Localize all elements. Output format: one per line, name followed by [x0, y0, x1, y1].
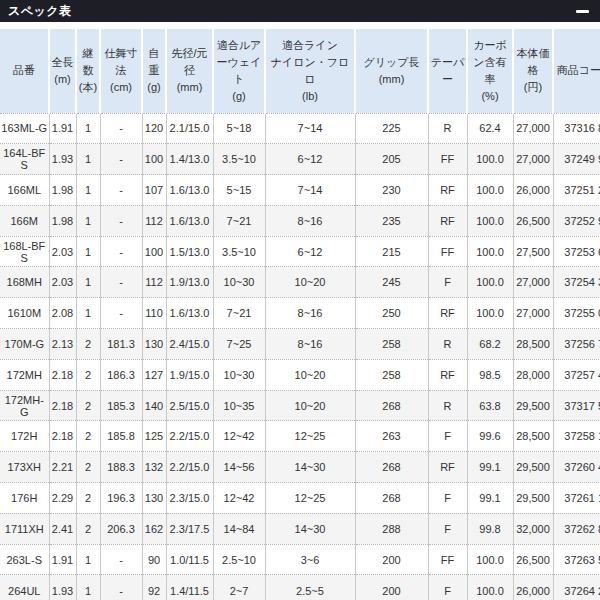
spec-cell: 6~12 — [265, 236, 355, 267]
spec-cell: - — [100, 144, 142, 175]
column-header: 仕舞寸法 (cm) — [100, 29, 142, 113]
spec-cell: 1.4/13.0 — [166, 144, 213, 175]
table-row: 176H2.292196.31302.3/15.012~4212~25268F9… — [0, 483, 600, 514]
spec-cell: 28,000 — [513, 359, 553, 390]
spec-cell: 2.18 — [49, 359, 76, 390]
spec-cell: 120 — [142, 113, 166, 144]
spec-cell: 100 — [142, 144, 166, 175]
spec-cell: 98.5 — [467, 359, 513, 390]
spec-cell: 2.4/15.0 — [166, 329, 213, 360]
spec-cell: 28,500 — [513, 329, 553, 360]
spec-cell: FF — [428, 544, 467, 575]
spec-cell: 1 — [76, 205, 100, 236]
spec-cell: - — [100, 236, 142, 267]
spec-cell: 2.18 — [49, 421, 76, 452]
spec-cell: 1.6/13.0 — [166, 298, 213, 329]
spec-cell: 8~16 — [265, 205, 355, 236]
spec-cell: 26,000 — [513, 175, 553, 206]
spec-cell: 37249 9 — [553, 144, 600, 175]
spec-cell: 5~18 — [213, 113, 265, 144]
spec-cell: 1.98 — [49, 175, 76, 206]
column-header: 自重 (g) — [142, 29, 166, 113]
spec-cell: 1 — [76, 267, 100, 298]
spec-table-container: 品番全長 (m)継数 (本)仕舞寸法 (cm)自重 (g)先径/元径 (mm)適… — [0, 29, 600, 600]
spec-cell: 250 — [355, 298, 428, 329]
model-number-cell: 1610M — [0, 298, 49, 329]
spec-cell: 1 — [76, 144, 100, 175]
spec-cell: 90 — [142, 544, 166, 575]
spec-cell: 107 — [142, 175, 166, 206]
spec-cell: 37252 9 — [553, 205, 600, 236]
spec-cell: 2~7 — [213, 575, 265, 600]
model-number-cell: 1711XH — [0, 513, 49, 544]
header-row: 品番全長 (m)継数 (本)仕舞寸法 (cm)自重 (g)先径/元径 (mm)適… — [0, 29, 600, 113]
spec-cell: 100.0 — [467, 144, 513, 175]
spec-cell: 1 — [76, 575, 100, 600]
spec-cell: 3~6 — [265, 544, 355, 575]
model-number-cell: 164L-BFS — [0, 144, 49, 175]
model-number-cell: 168MH — [0, 267, 49, 298]
spec-cell: 188.3 — [100, 452, 142, 483]
spec-cell: 10~35 — [213, 390, 265, 421]
spec-cell: 29,500 — [513, 390, 553, 421]
spec-cell: 2 — [76, 329, 100, 360]
spec-cell: R — [428, 390, 467, 421]
spec-cell: 12~42 — [213, 483, 265, 514]
spec-cell: 186.3 — [100, 359, 142, 390]
table-row: 170M-G2.132181.31302.4/15.07~258~16258R6… — [0, 329, 600, 360]
spec-cell: 1.0/11.5 — [166, 544, 213, 575]
spec-cell: FF — [428, 144, 467, 175]
spec-cell: 2.13 — [49, 329, 76, 360]
spec-cell: 63.8 — [467, 390, 513, 421]
spec-cell: 37255 0 — [553, 298, 600, 329]
spec-cell: 1.4/11.5 — [166, 575, 213, 600]
spec-cell: 99.1 — [467, 483, 513, 514]
spec-cell: 1.91 — [49, 544, 76, 575]
spec-cell: 130 — [142, 329, 166, 360]
table-row: 264UL1.931-921.4/11.52~72.5~5200F100.026… — [0, 575, 600, 600]
spec-cell: 215 — [355, 236, 428, 267]
model-number-cell: 172H — [0, 421, 49, 452]
spec-cell: 27,000 — [513, 113, 553, 144]
spec-cell: 1 — [76, 298, 100, 329]
spec-cell: 14~84 — [213, 513, 265, 544]
spec-cell: 1.91 — [49, 113, 76, 144]
spec-cell: RF — [428, 175, 467, 206]
spec-cell: 1 — [76, 113, 100, 144]
spec-cell: 7~25 — [213, 329, 265, 360]
spec-cell: 100.0 — [467, 575, 513, 600]
spec-cell: 2.5~10 — [213, 544, 265, 575]
spec-cell: 26,500 — [513, 544, 553, 575]
table-row: 168MH2.031-1121.9/13.010~3010~20245F100.… — [0, 267, 600, 298]
spec-cell: 2 — [76, 390, 100, 421]
column-header: 適合ルアーウェイト (g) — [213, 29, 265, 113]
column-header: 全長 (m) — [49, 29, 76, 113]
collapse-section-button[interactable] — [574, 3, 590, 19]
model-number-cell: 173XH — [0, 452, 49, 483]
spec-cell: 196.3 — [100, 483, 142, 514]
spec-cell: 27,000 — [513, 298, 553, 329]
spec-cell: 1.9/13.0 — [166, 267, 213, 298]
spec-cell: 100.0 — [467, 544, 513, 575]
spec-cell: 37260 4 — [553, 452, 600, 483]
spec-cell: RF — [428, 205, 467, 236]
spec-cell: 162 — [142, 513, 166, 544]
model-number-cell: 166ML — [0, 175, 49, 206]
spec-cell: 10~30 — [213, 267, 265, 298]
spec-cell: 37254 3 — [553, 267, 600, 298]
spec-cell: 7~14 — [265, 175, 355, 206]
spec-cell: 2.08 — [49, 298, 76, 329]
spec-cell: 37253 6 — [553, 236, 600, 267]
table-row: 166ML1.981-1071.6/13.05~157~14230RF100.0… — [0, 175, 600, 206]
spec-cell: F — [428, 513, 467, 544]
spec-cell: 1.98 — [49, 205, 76, 236]
spec-cell: 3.5~10 — [213, 144, 265, 175]
column-header: 商品コード — [553, 29, 600, 113]
spec-cell: 2.5/15.0 — [166, 390, 213, 421]
spec-cell: 1.93 — [49, 144, 76, 175]
spec-cell: 225 — [355, 113, 428, 144]
spec-cell: 185.3 — [100, 390, 142, 421]
spec-cell: 37264 2 — [553, 575, 600, 600]
model-number-cell: 172MH — [0, 359, 49, 390]
spec-cell: 37251 2 — [553, 175, 600, 206]
